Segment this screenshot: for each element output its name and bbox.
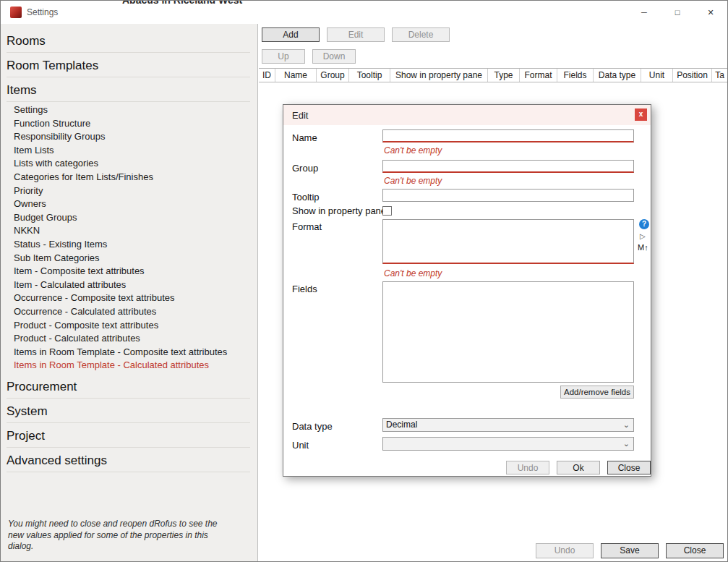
format-label: Format bbox=[292, 221, 322, 232]
fields-label: Fields bbox=[292, 284, 317, 294]
delete-button[interactable]: Delete bbox=[392, 27, 450, 42]
dialog-undo-button[interactable]: Undo bbox=[506, 461, 549, 474]
format-field[interactable] bbox=[382, 219, 634, 264]
window-controls: ─ □ ✕ bbox=[628, 1, 727, 24]
sidebar-item[interactable]: Item Lists bbox=[1, 144, 257, 158]
dialog-ok-button[interactable]: Ok bbox=[557, 461, 600, 474]
group-field[interactable] bbox=[382, 160, 634, 173]
sidebar-item[interactable]: Product - Composite text attributes bbox=[1, 319, 257, 333]
maximize-icon[interactable]: □ bbox=[661, 1, 694, 24]
table-column-header[interactable]: Show in property pane bbox=[390, 69, 488, 82]
edit-dialog-title: Edit bbox=[292, 110, 308, 121]
close-icon[interactable]: ✕ bbox=[694, 1, 727, 24]
edit-button[interactable]: Edit bbox=[327, 27, 385, 42]
add-remove-fields-button[interactable]: Add/remove fields bbox=[560, 386, 634, 399]
settings-window: Abacus in Riceland West Settings ─ □ ✕ R… bbox=[0, 0, 728, 562]
sidebar-item[interactable]: Status - Existing Items bbox=[1, 238, 257, 252]
sidebar-item[interactable]: Responsibility Groups bbox=[1, 130, 257, 144]
name-validation: Can't be empty bbox=[384, 145, 442, 156]
format-validation: Can't be empty bbox=[384, 268, 442, 278]
sidebar-item[interactable]: Lists with categories bbox=[1, 157, 257, 171]
sidebar-item[interactable]: Items in Room Template - Calculated attr… bbox=[1, 359, 257, 372]
sidebar-item[interactable]: Budget Groups bbox=[1, 211, 257, 225]
sidebar-item[interactable]: Owners bbox=[1, 197, 257, 211]
sidebar-item[interactable]: Item - Composite text attributes bbox=[1, 265, 257, 278]
data-type-label: Data type bbox=[292, 421, 333, 432]
sidebar-item[interactable]: Sub Item Categories bbox=[1, 252, 257, 265]
chevron-down-icon bbox=[623, 438, 630, 450]
add-button[interactable]: Add bbox=[262, 27, 320, 42]
app-logo-icon bbox=[10, 7, 22, 18]
group-validation: Can't be empty bbox=[384, 176, 442, 186]
footer-close-button[interactable]: Close bbox=[666, 543, 724, 558]
sidebar-item[interactable]: Occurrence - Calculated attributes bbox=[1, 305, 257, 319]
chevron-down-icon bbox=[623, 419, 630, 431]
sidebar-item[interactable]: Settings bbox=[1, 103, 257, 117]
sidebar-item[interactable]: Item - Calculated attributes bbox=[1, 278, 257, 292]
occluded-window-title: Abacus in Riceland West bbox=[122, 1, 296, 7]
dialog-close-icon[interactable]: x bbox=[635, 108, 647, 121]
sidebar-items-subitems: Settings Function Structure Responsibili… bbox=[1, 103, 257, 372]
down-button[interactable]: Down bbox=[312, 49, 356, 64]
help-icon[interactable]: ? bbox=[639, 219, 649, 229]
unit-select[interactable] bbox=[382, 437, 634, 451]
table-column-header[interactable]: Fields bbox=[557, 69, 594, 82]
table-column-header[interactable]: Type bbox=[488, 69, 520, 82]
sidebar-item[interactable]: Priority bbox=[1, 184, 257, 198]
settings-sidebar: Rooms Room Templates Items Settings Func… bbox=[1, 24, 258, 561]
sidebar-section-advanced-settings[interactable]: Advanced settings bbox=[7, 448, 250, 472]
sidebar-section-room-templates[interactable]: Room Templates bbox=[7, 53, 250, 77]
table-column-header[interactable]: Unit bbox=[641, 69, 673, 82]
tooltip-field[interactable] bbox=[382, 189, 634, 202]
sidebar-section-system[interactable]: System bbox=[7, 399, 250, 423]
sidebar-section-rooms[interactable]: Rooms bbox=[7, 28, 250, 53]
sidebar-item[interactable]: Occurrence - Composite text attributes bbox=[1, 291, 257, 305]
sidebar-item[interactable]: Items in Room Template - Composite text … bbox=[1, 346, 257, 359]
show-in-property-pane-label: Show in property pane bbox=[292, 205, 386, 216]
window-title: Settings bbox=[27, 7, 58, 17]
data-type-value: Decimal bbox=[386, 420, 417, 430]
unit-label: Unit bbox=[292, 440, 309, 451]
table-column-header[interactable]: ID bbox=[259, 69, 275, 82]
up-button[interactable]: Up bbox=[262, 49, 305, 64]
tooltip-label: Tooltip bbox=[292, 192, 320, 203]
sidebar-section-items[interactable]: Items bbox=[7, 77, 250, 102]
name-label: Name bbox=[292, 132, 317, 143]
sidebar-footer-note: You might need to close and reopen dRofu… bbox=[8, 519, 231, 553]
data-type-select[interactable]: Decimal bbox=[382, 418, 634, 432]
table-column-header[interactable]: Name bbox=[275, 69, 317, 82]
sidebar-item[interactable]: Categories for Item Lists/Finishes bbox=[1, 171, 257, 184]
sidebar-section-project[interactable]: Project bbox=[7, 423, 250, 448]
expander-icon[interactable]: ▷ bbox=[640, 232, 646, 240]
table-column-header[interactable]: Position bbox=[673, 69, 712, 82]
table-column-header[interactable]: Tooltip bbox=[349, 69, 390, 82]
table-header-row: ID Name Group Tooltip Show in property p… bbox=[259, 68, 727, 82]
insert-macro-icon[interactable]: M↑ bbox=[638, 243, 648, 252]
edit-dialog-header: Edit x bbox=[283, 105, 651, 125]
sidebar-item[interactable]: Product - Calculated attributes bbox=[1, 332, 257, 346]
footer-undo-button[interactable]: Undo bbox=[536, 543, 594, 558]
titlebar: Settings ─ □ ✕ bbox=[1, 1, 727, 24]
sidebar-section-procurement[interactable]: Procurement bbox=[7, 374, 250, 399]
sidebar-item[interactable]: Function Structure bbox=[1, 117, 257, 131]
table-column-header[interactable]: Group bbox=[317, 69, 349, 82]
dialog-close-button[interactable]: Close bbox=[607, 461, 651, 474]
footer-save-button[interactable]: Save bbox=[601, 543, 659, 558]
name-field[interactable] bbox=[382, 129, 634, 142]
table-column-header[interactable]: Ta bbox=[712, 69, 727, 82]
table-column-header[interactable]: Format bbox=[520, 69, 557, 82]
table-column-header[interactable]: Data type bbox=[594, 69, 641, 82]
fields-field[interactable] bbox=[382, 281, 634, 383]
edit-dialog: Edit x Name Can't be empty Group Can't b… bbox=[283, 104, 651, 477]
show-in-property-pane-checkbox[interactable] bbox=[382, 206, 392, 216]
minimize-icon[interactable]: ─ bbox=[628, 1, 661, 24]
group-label: Group bbox=[292, 163, 318, 174]
sidebar-item[interactable]: NKKN bbox=[1, 224, 257, 238]
